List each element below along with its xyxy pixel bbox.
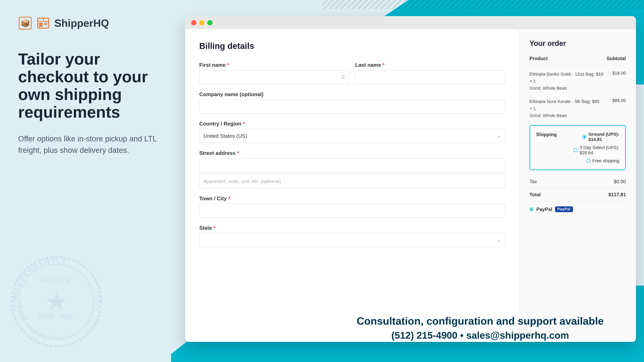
browser-window: Billing details First name * ☷ Last name [185, 16, 636, 342]
shipping-option-ground[interactable]: Ground (UPS): $14.81 [582, 132, 619, 142]
city-group: Town / City * [199, 195, 505, 218]
required-star: * [227, 62, 229, 68]
name-row: First name * ☷ Last name * [199, 62, 505, 84]
main-heading: Tailor your checkout to your own shippin… [18, 50, 173, 121]
stripe-pattern [322, 0, 644, 9]
first-name-group: First name * ☷ [199, 62, 349, 84]
logo: 📦 ShipperHQ [18, 16, 173, 30]
contact-main-text: Consultation, configuration and support … [356, 315, 604, 327]
order-item-2-price: $85.00 [612, 98, 626, 103]
required-star-5: * [228, 195, 230, 202]
product-column-header: Product [530, 56, 548, 61]
order-item-2-name: Ethiopia Nura Korate - 5lb Bag: $85 [530, 98, 599, 105]
company-label: Company name (optional) [199, 91, 505, 97]
subtotal-column-header: Subtotal [606, 56, 626, 61]
shipping-option-free-label: Free shipping [592, 158, 619, 163]
payment-row: PayPal PayPal [530, 201, 626, 212]
country-select[interactable]: United States (US) [199, 129, 505, 143]
shipping-box: Shipping Ground (UPS): $14.81 [530, 125, 626, 170]
minimize-button[interactable] [199, 20, 204, 25]
state-select[interactable] [199, 233, 505, 247]
country-select-wrapper: United States (US) ⌄ [199, 129, 505, 143]
order-title: Your order [530, 39, 626, 48]
required-star-3: * [243, 121, 245, 127]
contact-phone: (512) 215-4900 [392, 330, 458, 341]
paypal-logo: PayPal [555, 206, 573, 212]
tax-label: Tax [530, 179, 537, 184]
contact-info: Consultation, configuration and support … [356, 315, 604, 341]
svg-rect-5 [39, 22, 43, 27]
svg-text:AUSTIN: AUSTIN [41, 278, 72, 284]
company-input[interactable] [199, 99, 505, 114]
billing-title: Billing details [199, 41, 505, 51]
shipperhq-logo-icon: 📦 [18, 16, 32, 30]
order-item-2-grind: Grind: Whole Bean [530, 112, 599, 119]
shipping-option-free[interactable]: Free shipping [586, 158, 619, 163]
country-group: Country / Region * United States (US) ⌄ [199, 121, 505, 143]
shipping-row: Shipping Ground (UPS): $14.81 [536, 132, 619, 163]
order-item-1-details: Ethiopia Banko Gotiti - 12oz Bag: $18 × … [530, 71, 603, 92]
order-item-2: Ethiopia Nura Korate - 5lb Bag: $85 × 1 … [530, 98, 626, 119]
order-table-header: Product Subtotal [530, 56, 626, 65]
contact-detail: (512) 215-4900 • sales@shipperhq.com [356, 330, 604, 341]
shipping-options: Ground (UPS): $14.81 3 Day Select (UPS):… [574, 132, 619, 163]
last-name-label: Last name * [355, 62, 505, 68]
shipping-option-3day-label: 3 Day Select (UPS): $28.64 [580, 145, 619, 155]
contact-separator: • [460, 330, 466, 341]
bottom-bar: Consultation, configuration and support … [0, 294, 644, 362]
last-name-group: Last name * [355, 62, 505, 84]
apartment-input[interactable]: Apartment, suite, unit, etc. (optional) [199, 174, 505, 188]
required-star-6: * [214, 225, 216, 231]
street-label: Street address * [199, 150, 505, 156]
order-item-1-grind: Grind: Whole Bean [530, 85, 603, 92]
first-name-input[interactable]: ☷ [199, 70, 349, 84]
order-item-1-qty: × 1 [530, 78, 603, 85]
paypal-label: PayPal [536, 207, 552, 212]
city-input[interactable] [199, 204, 505, 218]
required-star-4: * [237, 150, 239, 156]
order-item-1-name: Ethiopia Banko Gotiti - 12oz Bag: $18 [530, 71, 603, 78]
street-input[interactable] [199, 158, 505, 172]
street-group: Street address * [199, 150, 505, 172]
order-item-1-price: $18.00 [612, 71, 626, 76]
order-item-2-qty: × 1 [530, 105, 599, 112]
required-star-2: * [382, 62, 384, 68]
sub-text: Offer options like in-store pickup and L… [18, 133, 173, 156]
total-label: Total [530, 192, 541, 198]
close-button[interactable] [191, 20, 196, 25]
shipping-label: Shipping [536, 132, 557, 137]
state-group: State * ⌄ [199, 225, 505, 247]
last-name-input[interactable] [355, 70, 505, 84]
radio-free[interactable] [586, 159, 590, 163]
payment-radio[interactable] [530, 207, 534, 211]
order-item-2-details: Ethiopia Nura Korate - 5lb Bag: $85 × 1 … [530, 98, 599, 119]
tax-row: Tax $0.00 [530, 175, 626, 188]
logo-svg-icon [36, 16, 50, 30]
contact-email: sales@shipperhq.com [466, 330, 569, 341]
browser-titlebar [185, 16, 636, 29]
total-value: $117.81 [608, 192, 626, 198]
country-label: Country / Region * [199, 121, 505, 127]
svg-rect-6 [44, 22, 48, 25]
total-row: Total $117.81 [530, 188, 626, 201]
shipping-option-3day[interactable]: 3 Day Select (UPS): $28.64 [574, 145, 619, 155]
city-label: Town / City * [199, 195, 505, 202]
svg-text:📦: 📦 [20, 18, 30, 28]
logo-text: ShipperHQ [54, 17, 109, 29]
tax-value: $0.00 [614, 179, 626, 184]
order-item-1: Ethiopia Banko Gotiti - 12oz Bag: $18 × … [530, 71, 626, 92]
first-name-label: First name * [199, 62, 349, 68]
shipping-option-ground-label: Ground (UPS): $14.81 [588, 132, 619, 142]
maximize-button[interactable] [207, 20, 212, 25]
radio-ground[interactable] [582, 135, 586, 139]
state-label: State * [199, 225, 505, 231]
order-totals: Tax $0.00 Total $117.81 PayPal PayPal [530, 175, 626, 212]
company-group: Company name (optional) [199, 91, 505, 114]
radio-3day[interactable] [574, 148, 578, 152]
state-select-wrapper: ⌄ [199, 233, 505, 247]
address-book-icon: ☷ [341, 75, 345, 80]
